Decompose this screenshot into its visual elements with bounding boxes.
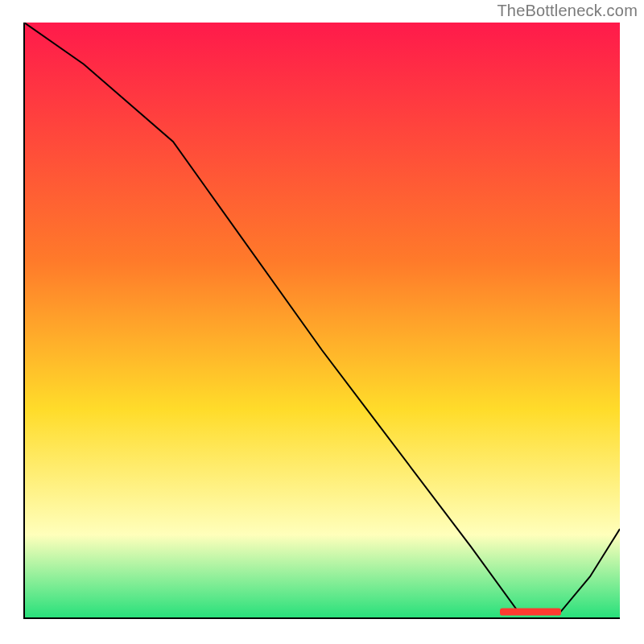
bottleneck-chart xyxy=(0,0,644,644)
watermark-text: TheBottleneck.com xyxy=(497,2,638,20)
min-marker xyxy=(501,609,560,615)
chart-container: TheBottleneck.com xyxy=(0,0,644,644)
plot-background xyxy=(24,23,620,618)
